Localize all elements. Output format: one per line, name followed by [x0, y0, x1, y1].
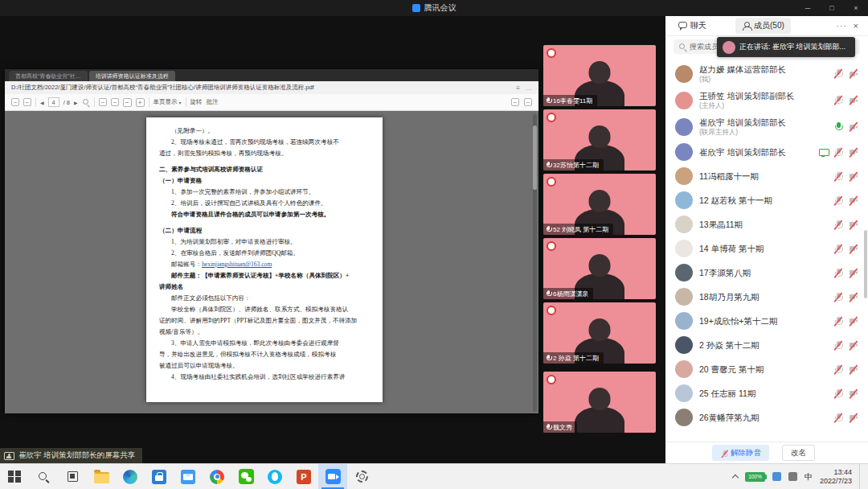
tray-expand-icon[interactable] — [732, 475, 739, 481]
battery-indicator[interactable]: 100% — [745, 472, 765, 482]
doc-line: 1、参加一次完整的素养培训，并参加小组试讲环节。 — [159, 187, 371, 198]
member-name: 26黄幡萍第九期 — [699, 413, 827, 422]
avatar — [675, 92, 693, 109]
video-tile[interactable]: 魏文秀 — [543, 372, 656, 433]
member-name: 14 单博荷 第十期 — [699, 244, 827, 253]
taskbar-search-button[interactable] — [29, 464, 58, 489]
more-icon[interactable]: … — [526, 84, 532, 92]
tencent-meeting-button[interactable] — [318, 464, 347, 489]
start-button[interactable] — [0, 464, 29, 489]
edge-button[interactable] — [116, 464, 145, 489]
chrome-button[interactable] — [203, 464, 231, 489]
panel-close-button[interactable]: × — [852, 21, 862, 31]
member-row[interactable]: 崔欣宇 培训策划部部长(联席主持人) — [665, 113, 868, 140]
club-logo-icon — [547, 48, 556, 58]
member-row[interactable]: 19+成欣怡+第十二期 — [665, 309, 868, 333]
share-banner-text: 崔欣宇 培训策划部部长的屏幕共享 — [18, 450, 135, 461]
members-icon — [742, 22, 751, 31]
pdf-tab[interactable]: 首都高校“青春助业营”社… — [9, 71, 88, 81]
page-number-input[interactable]: 4 — [48, 97, 59, 107]
rename-button[interactable]: 改名 — [782, 445, 815, 461]
select-tool-icon[interactable] — [111, 98, 119, 106]
video-tile[interactable]: 2 孙焱 第十二期 — [543, 302, 656, 364]
task-view-icon — [68, 471, 78, 482]
avatar — [675, 384, 693, 402]
settings-icon[interactable] — [524, 98, 532, 106]
qq-button[interactable] — [260, 464, 289, 489]
wechat-button[interactable] — [231, 464, 260, 489]
email-link[interactable]: hexinjiangshituan@163.com — [202, 261, 272, 268]
member-name: 11冯稻露十一期 — [699, 171, 827, 181]
print-icon[interactable] — [23, 98, 31, 106]
tab-members[interactable]: 成员(50) — [735, 18, 791, 34]
panel-more-button[interactable]: ··· — [832, 22, 852, 31]
view-mode-dropdown[interactable]: 单页显示 ▾ — [154, 98, 182, 106]
minimize-button[interactable]: ─ — [796, 0, 820, 16]
taskbar-clock[interactable]: 13:44 2022/7/23 — [820, 468, 852, 486]
ime-indicator[interactable]: 中 — [805, 471, 813, 483]
doc-line: 3、申请人需先申请模拟考核，即此次考核由考委会进行观摩督 — [159, 338, 371, 349]
member-row[interactable]: 11冯稻露十一期 — [665, 164, 868, 188]
menu-icon[interactable]: ≡ — [516, 84, 520, 92]
screen-share-banner: 崔欣宇 培训策划部部长的屏幕共享 — [0, 448, 142, 463]
camera-off-icon — [849, 68, 858, 79]
participant-name: 16李春雯11期 — [553, 97, 592, 105]
member-row[interactable]: 崔欣宇 培训策划部部长 — [665, 140, 868, 164]
pdf-tab-active[interactable]: 培训讲师资格认证标准及流程 — [89, 71, 175, 81]
show-desktop-button[interactable] — [859, 464, 863, 489]
annotate-button[interactable]: 批注 — [207, 98, 219, 106]
video-tile[interactable]: 52 刘晓凤 第十二期 — [543, 174, 656, 235]
pdf-scrollbar[interactable] — [533, 114, 537, 412]
unmute-button[interactable]: 解除静音 — [712, 445, 769, 461]
zoom-out-button[interactable]: − — [123, 98, 132, 107]
zoom-in-button[interactable]: + — [136, 98, 145, 107]
onedrive-tray-icon[interactable] — [772, 472, 781, 481]
video-tile[interactable]: 6杨雨潇潇泉 — [543, 238, 656, 299]
mic-icon — [546, 355, 551, 362]
member-row[interactable]: 26黄幡萍第九期 — [665, 405, 868, 429]
task-view-button[interactable] — [58, 464, 87, 489]
file-explorer-button[interactable] — [87, 464, 116, 489]
doc-line: 2、在审核合格后，发送邮件到讲师团QQ邮箱。 — [159, 248, 371, 259]
member-row[interactable]: 2 孙焱 第十二期 — [665, 333, 868, 357]
search-icon[interactable] — [82, 98, 90, 106]
mail-button[interactable] — [174, 464, 203, 489]
member-row[interactable]: 12 赵若秋 第十一期 — [665, 188, 868, 212]
member-row[interactable]: 17李源第八期 — [665, 261, 868, 285]
close-button[interactable]: × — [844, 0, 868, 16]
save-icon[interactable] — [11, 98, 19, 106]
members-scrollbar[interactable] — [864, 230, 867, 298]
video-tile[interactable]: 16李春雯11期 — [543, 45, 656, 106]
window-titlebar: 腾讯会议 ─ □ × — [0, 0, 868, 16]
tab-chat[interactable]: 聊天 — [672, 18, 713, 34]
member-row[interactable]: 25 任志丽 11期 — [665, 381, 868, 405]
video-tile[interactable]: 32苏怡第十二期 — [543, 109, 656, 171]
next-page-button[interactable]: ▶ — [74, 100, 78, 105]
edge-icon — [123, 470, 137, 484]
avatar — [675, 360, 693, 378]
maximize-button[interactable]: □ — [820, 0, 844, 16]
member-name: 崔欣宇 培训策划部部长 — [699, 147, 812, 157]
hand-tool-icon[interactable] — [99, 98, 107, 106]
member-row[interactable]: 20 曹馨元 第十期 — [665, 357, 868, 381]
doc-heading: （二）申请流程 — [159, 225, 371, 236]
member-row[interactable]: 14 单博荷 第十期 — [665, 236, 868, 261]
prev-page-button[interactable]: ◀ — [40, 100, 44, 105]
members-panel: 聊天 成员(50) ··· × 正在讲话: 崔欣宇 培训策划部部... 赵力嫒 … — [665, 16, 868, 463]
mic-muted-icon — [833, 68, 843, 79]
member-row[interactable]: 赵力嫒 媒体运营部部长(我) — [665, 60, 868, 87]
highlight-icon[interactable] — [511, 98, 519, 106]
powerpoint-button[interactable] — [289, 464, 318, 489]
camera-off-icon — [849, 364, 858, 375]
member-row[interactable]: 18胡乃月第九期 — [665, 285, 868, 309]
avatar — [675, 312, 693, 330]
rotate-button[interactable]: 旋转 — [190, 98, 203, 106]
volume-tray-icon[interactable] — [788, 472, 797, 481]
club-logo-icon — [547, 241, 556, 251]
mic-muted-icon — [833, 147, 843, 158]
member-row[interactable]: 王骄笠 培训策划部副部长(主持人) — [665, 87, 868, 113]
avatar — [675, 143, 693, 161]
member-row[interactable]: 13果晶11期 — [665, 212, 868, 236]
settings-button[interactable] — [347, 464, 376, 489]
store-button[interactable] — [145, 464, 174, 489]
